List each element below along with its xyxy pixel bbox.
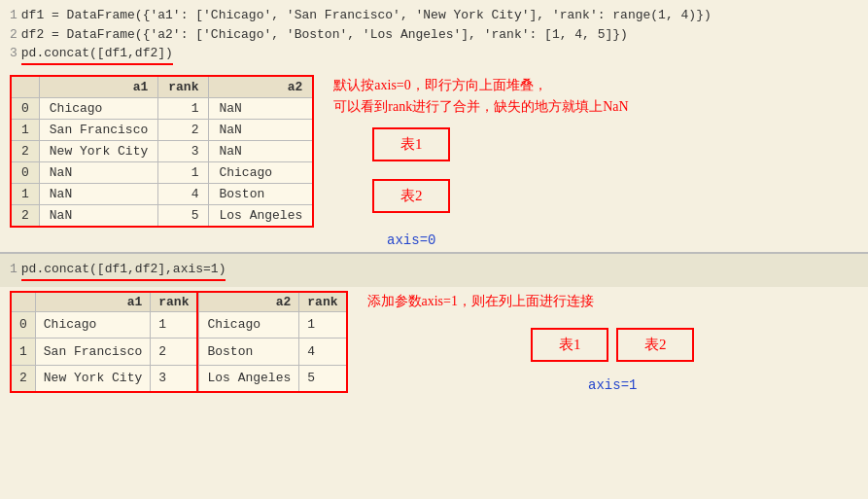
axis0-label: axis=0 xyxy=(387,232,435,248)
cell-a2: Boston xyxy=(199,339,299,365)
bottom-main-content: a1 rank 0 Chicago 1 1 San Francisco 2 2 … xyxy=(0,287,868,397)
cell-a1: NaN xyxy=(39,204,157,227)
cell-rank: 3 xyxy=(158,140,209,161)
table-row: Boston 4 xyxy=(199,339,347,365)
bottom-table-right: a2 rank Chicago 1 Boston 4 Los Angeles 5 xyxy=(198,291,347,393)
cell-idx: 1 xyxy=(11,119,39,140)
table-row: 2 New York City 3 NaN xyxy=(11,140,313,161)
main-top-content: a1 rank a2 0 Chicago 1 NaN 1 San Francis… xyxy=(0,71,868,253)
table-row: Los Angeles 5 xyxy=(199,365,347,392)
line-num-2: 2 xyxy=(10,27,17,42)
cell-rank: 4 xyxy=(299,339,347,365)
annotation-text-top: 默认按axis=0，即行方向上面堆叠， 可以看到rank进行了合并，缺失的地方就… xyxy=(333,75,628,119)
cell-a2: Los Angeles xyxy=(199,365,299,392)
col-h-rank: rank xyxy=(151,292,198,312)
table-row: 1 San Francisco 2 xyxy=(11,339,197,365)
cell-idx: 2 xyxy=(11,140,39,161)
cell-rank: 1 xyxy=(158,161,209,183)
code-line-bottom: 1pd.concat([df1,df2],axis=1) xyxy=(10,260,858,281)
cell-idx: 0 xyxy=(11,161,39,183)
cell-idx: 1 xyxy=(11,183,39,204)
line-num-1: 1 xyxy=(10,8,17,22)
col-header-idx xyxy=(11,76,39,98)
cell-a1: NaN xyxy=(39,161,157,183)
cell-a1: New York City xyxy=(35,365,150,392)
line2-text: df2 = DataFrame({'a2': ['Chicago', 'Bost… xyxy=(21,27,628,42)
annotation-top: 默认按axis=0，即行方向上面堆叠， 可以看到rank进行了合并，缺失的地方就… xyxy=(314,75,858,249)
cell-a2: Chicago xyxy=(199,311,299,338)
col-header-a1: a1 xyxy=(39,76,157,98)
table-row: 0 Chicago 1 xyxy=(11,311,197,338)
code-block-top: 1df1 = DataFrame({'a1': ['Chicago', 'San… xyxy=(0,0,868,71)
code-block-bottom: 1pd.concat([df1,df2],axis=1) xyxy=(0,254,868,287)
cell-rank: 1 xyxy=(299,311,347,338)
cell-rank: 2 xyxy=(158,119,209,140)
cell-idx: 0 xyxy=(11,97,39,119)
concat-table-top: a1 rank a2 0 Chicago 1 NaN 1 San Francis… xyxy=(10,75,314,228)
table-row: 2 New York City 3 xyxy=(11,365,197,392)
axis1-label: axis=1 xyxy=(588,377,637,393)
table-row: 1 San Francisco 2 NaN xyxy=(11,119,313,140)
cell-rank: 1 xyxy=(151,311,198,338)
cell-idx: 0 xyxy=(11,311,35,338)
cell-rank: 5 xyxy=(299,365,347,392)
col-h-a1: a1 xyxy=(35,292,150,312)
cell-rank: 3 xyxy=(151,365,198,392)
table-row: Chicago 1 xyxy=(199,311,347,338)
cell-rank: 2 xyxy=(151,339,198,365)
line3-text: pd.concat([df1,df2]) xyxy=(21,46,173,60)
table2-label-bottom: 表2 xyxy=(616,328,694,362)
table-row: 1 NaN 4 Boston xyxy=(11,183,313,204)
cell-rank: 4 xyxy=(158,183,209,204)
col-h-a2: a2 xyxy=(199,292,299,312)
table1-label-bottom: 表1 xyxy=(531,328,608,362)
cell-a2: Los Angeles xyxy=(209,204,313,227)
code-line-2: 2df2 = DataFrame({'a2': ['Chicago', 'Bos… xyxy=(10,25,858,45)
boxes-row: 表1 表2 xyxy=(531,328,694,372)
table-row: 2 NaN 5 Los Angeles xyxy=(11,204,313,227)
cell-a1: NaN xyxy=(39,183,157,204)
annotation-text-bottom: 添加参数axis=1，则在列上面进行连接 xyxy=(367,291,840,312)
code-line-1: 1df1 = DataFrame({'a1': ['Chicago', 'San… xyxy=(10,6,858,25)
cell-a1: San Francisco xyxy=(35,339,150,365)
bottom-table-left: a1 rank 0 Chicago 1 1 San Francisco 2 2 … xyxy=(10,291,198,393)
cell-a2: NaN xyxy=(209,140,313,161)
col-h-rank2: rank xyxy=(299,292,347,312)
line1-text: df1 = DataFrame({'a1': ['Chicago', 'San … xyxy=(21,8,712,22)
table2-label: 表2 xyxy=(372,179,450,213)
col-h-idx xyxy=(11,292,35,312)
split-table-wrapper: a1 rank 0 Chicago 1 1 San Francisco 2 2 … xyxy=(10,291,348,393)
table-row: 0 NaN 1 Chicago xyxy=(11,161,313,183)
annotation-line2: 可以看到rank进行了合并，缺失的地方就填上NaN xyxy=(333,99,628,114)
cell-a1: San Francisco xyxy=(39,119,157,140)
code-line-3: 3pd.concat([df1,df2]) xyxy=(10,44,858,65)
cell-rank: 1 xyxy=(158,97,209,119)
table-container-top: a1 rank a2 0 Chicago 1 NaN 1 San Francis… xyxy=(10,75,314,249)
cell-rank: 5 xyxy=(158,204,209,227)
table1-label: 表1 xyxy=(372,127,450,161)
table-row: 0 Chicago 1 NaN xyxy=(11,97,313,119)
annotation-line1: 默认按axis=0，即行方向上面堆叠， xyxy=(333,78,546,92)
cell-a1: Chicago xyxy=(35,311,150,338)
cell-a2: Chicago xyxy=(209,161,313,183)
cell-idx: 1 xyxy=(11,339,35,365)
line-num-3: 3 xyxy=(10,46,17,60)
cell-idx: 2 xyxy=(11,365,35,392)
annotation-bottom-text: 添加参数axis=1，则在列上面进行连接 xyxy=(367,294,594,308)
col-header-a2: a2 xyxy=(209,76,313,98)
cell-a2: NaN xyxy=(209,119,313,140)
cell-idx: 2 xyxy=(11,204,39,227)
cell-a2: Boston xyxy=(209,183,313,204)
annotation-bottom: 添加参数axis=1，则在列上面进行连接 表1 表2 axis=1 xyxy=(348,291,859,393)
cell-a2: NaN xyxy=(209,97,313,119)
line-num-b1: 1 xyxy=(10,262,17,276)
cell-a1: Chicago xyxy=(39,97,157,119)
line-b1-text: pd.concat([df1,df2],axis=1) xyxy=(21,262,226,276)
col-header-rank: rank xyxy=(158,76,209,98)
cell-a1: New York City xyxy=(39,140,157,161)
